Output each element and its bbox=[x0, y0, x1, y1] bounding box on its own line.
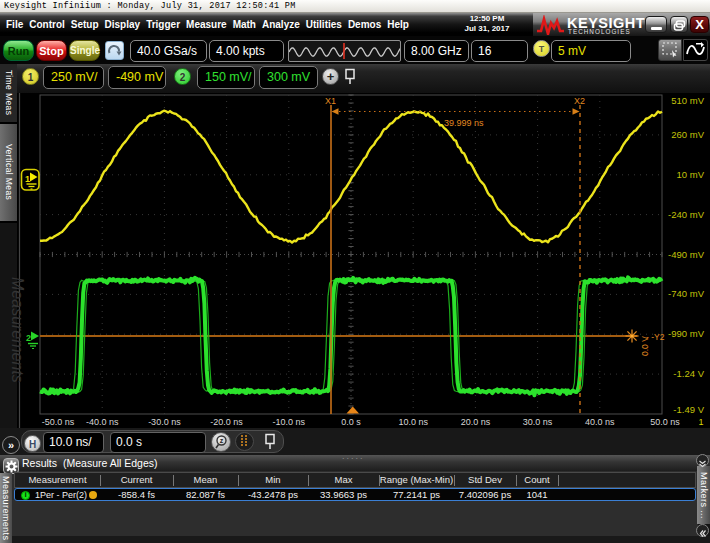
svg-text:-30.0 ns: -30.0 ns bbox=[148, 417, 181, 427]
svg-text:-990 mV: -990 mV bbox=[668, 328, 705, 339]
svg-text:30.0 ns: 30.0 ns bbox=[523, 417, 553, 427]
svg-text:1: 1 bbox=[25, 174, 30, 184]
svg-text:0.0 s: 0.0 s bbox=[341, 417, 361, 427]
svg-text:260 mV: 260 mV bbox=[671, 129, 704, 140]
svg-text:X1: X1 bbox=[325, 96, 336, 106]
svg-text:Measurements: Measurements bbox=[9, 277, 26, 383]
svg-text:10.0 ns: 10.0 ns bbox=[398, 417, 428, 427]
svg-text:-10.0 ns: -10.0 ns bbox=[273, 417, 306, 427]
svg-text:40.0 ns: 40.0 ns bbox=[585, 417, 615, 427]
svg-text:-1.24 V: -1.24 V bbox=[673, 368, 704, 379]
svg-text:39.999 ns: 39.999 ns bbox=[444, 118, 484, 128]
svg-text:-490 mV: -490 mV bbox=[668, 249, 705, 260]
svg-text:-20.0 ns: -20.0 ns bbox=[210, 417, 243, 427]
svg-text:-240 mV: -240 mV bbox=[668, 209, 705, 220]
svg-text:-740 mV: -740 mV bbox=[668, 288, 705, 299]
svg-text:510 mV: 510 mV bbox=[671, 95, 704, 106]
svg-text:2: 2 bbox=[26, 333, 31, 343]
svg-text:20.0 ns: 20.0 ns bbox=[461, 417, 491, 427]
svg-text:-1.49 V: -1.49 V bbox=[673, 404, 704, 415]
svg-text:z: z bbox=[220, 437, 224, 444]
svg-text:1: 1 bbox=[698, 417, 703, 427]
svg-text:-40.0 ns: -40.0 ns bbox=[86, 417, 119, 427]
svg-text:0.0 V: 0.0 V bbox=[640, 336, 650, 356]
svg-text:-50.0 ns: -50.0 ns bbox=[42, 417, 75, 427]
svg-text:50.0 ns: 50.0 ns bbox=[650, 417, 680, 427]
svg-text:X2: X2 bbox=[574, 96, 585, 106]
svg-text:10 mV: 10 mV bbox=[677, 169, 705, 180]
